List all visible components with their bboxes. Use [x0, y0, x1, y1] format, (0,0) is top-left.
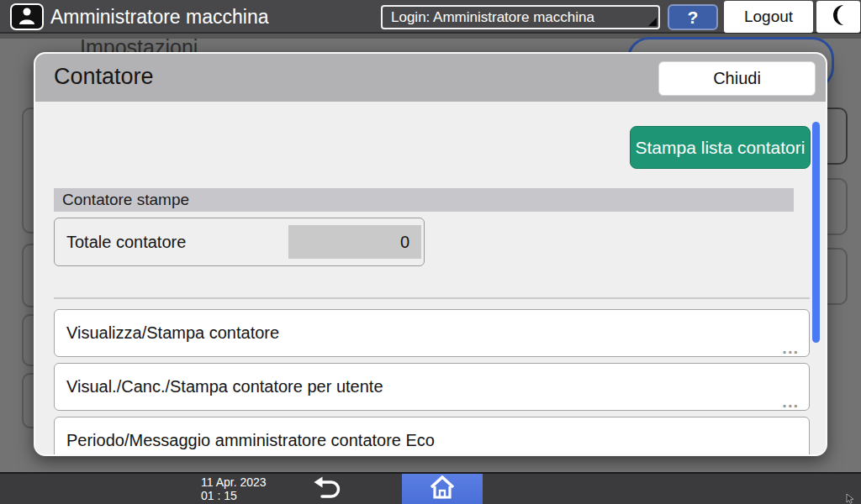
section-header: Contatore stampe — [54, 188, 794, 212]
dialog-scrollbar[interactable] — [812, 122, 820, 343]
menu-item-eco-counter[interactable]: Periodo/Messaggio amministratore contato… — [54, 417, 810, 456]
divider — [54, 297, 810, 299]
login-dropdown[interactable]: Login: Amministratore macchina — [381, 5, 660, 29]
user-badge — [10, 3, 44, 30]
home-button[interactable] — [402, 474, 483, 504]
menu-item-label: Visual./Canc./Stampa contatore per utent… — [66, 364, 383, 410]
top-bar: Amministratore macchina Login: Amministr… — [0, 0, 861, 34]
menu-item-label: Periodo/Messaggio amministratore contato… — [66, 417, 435, 456]
logout-button[interactable]: Logout — [724, 1, 813, 33]
menu-item-view-print-counter[interactable]: Visualizza/Stampa contatore ... — [54, 309, 810, 357]
total-counter-label: Totale contatore — [66, 218, 186, 265]
more-dots-icon: ... — [782, 392, 799, 412]
user-icon — [17, 6, 37, 28]
back-button[interactable] — [308, 476, 345, 503]
page-title: Amministratore macchina — [50, 0, 268, 34]
close-button[interactable]: Chiudi — [658, 61, 816, 96]
counter-dialog: Contatore Chiudi Stampa lista contatori … — [34, 52, 827, 456]
dialog-header: Contatore Chiudi — [35, 54, 826, 102]
back-icon — [310, 476, 342, 503]
datetime: 11 Apr. 2023 01 : 15 — [201, 475, 267, 502]
more-dots-icon: ... — [782, 339, 799, 358]
screen: Impostazioni Amministratore macchina Log… — [0, 0, 861, 504]
menu-item-counter-per-user[interactable]: Visual./Canc./Stampa contatore per utent… — [54, 363, 810, 411]
more-dots-icon: ... — [782, 446, 799, 456]
moon-icon — [827, 3, 849, 30]
print-counter-list-button[interactable]: Stampa lista contatori — [630, 126, 811, 169]
date-label: 11 Apr. 2023 — [201, 475, 267, 489]
help-button[interactable]: ? — [668, 4, 718, 30]
total-counter-value: 0 — [288, 225, 421, 259]
dialog-title: Contatore — [54, 54, 154, 102]
mouse-cursor — [846, 492, 854, 504]
login-dropdown-label: Login: Amministratore macchina — [391, 9, 594, 25]
total-counter-row: Totale contatore 0 — [54, 218, 425, 266]
dropdown-corner-icon — [648, 18, 657, 26]
home-icon — [429, 475, 456, 503]
bottom-bar: 11 Apr. 2023 01 : 15 — [0, 472, 861, 504]
time-label: 01 : 15 — [201, 489, 267, 502]
energy-saver-button[interactable] — [816, 1, 860, 33]
menu-item-label: Visualizza/Stampa contatore — [66, 310, 279, 356]
